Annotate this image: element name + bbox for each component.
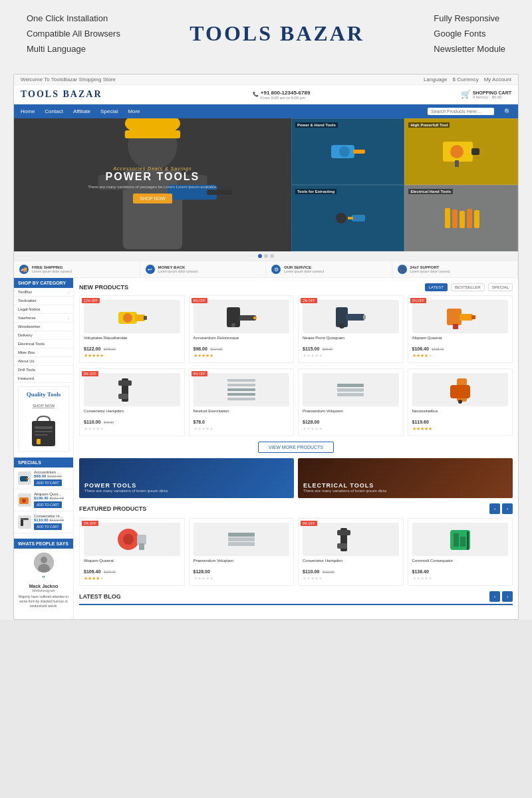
svg-rect-25 xyxy=(32,421,55,446)
topbar-currency[interactable]: $ Currency xyxy=(453,76,479,82)
product-card-8: Necessitatibus $119.60 ★★★★★ xyxy=(408,368,513,436)
sidebar-label-delivery: Delivery xyxy=(18,333,33,337)
hero-side-label-2: High Powerfull Tool xyxy=(408,122,450,128)
featured-name-3: Consectetur Hampden xyxy=(303,559,399,563)
featured-next-arrow[interactable]: › xyxy=(502,503,513,514)
svg-rect-82 xyxy=(467,531,469,550)
sidebar-item-electrical[interactable]: Electrical Tools xyxy=(14,340,73,348)
promo-banners: POWER TOOLS There are many variations of… xyxy=(79,458,513,498)
hero-dot-3[interactable] xyxy=(270,254,274,258)
product-stars-8: ★★★★★ xyxy=(412,426,509,432)
featured-title: FEATURED PRODUCTS xyxy=(79,505,146,512)
featured-card-2: Praesendum Voluptam $128.00 ★★★★★ xyxy=(189,518,295,586)
site-nav: Home Contact Affiliate Special More 🔍 xyxy=(14,104,518,118)
sidebar-item-miterbox[interactable]: Miter Box xyxy=(14,348,73,357)
blog-next-arrow[interactable]: › xyxy=(502,591,513,602)
benefit-support-desc: Lorem ipsum dolor consect xyxy=(410,269,450,273)
new-products-header: NEW PRODUCTS LATEST BESTSELLER SPECIAL xyxy=(79,283,513,291)
product-img-1 xyxy=(84,300,180,333)
topbar-language[interactable]: Language xyxy=(424,76,448,82)
left-features: One Click Installation Compatible All Br… xyxy=(27,13,120,54)
svg-rect-11 xyxy=(353,150,365,154)
svg-rect-63 xyxy=(337,388,364,392)
hero-side-item-3[interactable]: Tools for Extracting xyxy=(291,185,405,251)
product-card-5: 8% OFF Consectetur Hampden $110.00 $40.0 xyxy=(79,368,185,436)
special-addcart-2[interactable]: ADD TO CART xyxy=(34,501,62,508)
sidebar-item-aboutus[interactable]: About Us xyxy=(14,357,73,366)
site-header: TOOLS BAZAR 📞 +91 800-12345-6789 From 9:… xyxy=(14,85,518,104)
sidebar-label-toolbox: ToolBox xyxy=(18,290,32,294)
product-price-3: $115.00 xyxy=(303,346,319,351)
nav-contact[interactable]: Contact xyxy=(45,108,63,114)
product-pricing-1: $122.00 $349.00 xyxy=(84,341,180,353)
sidebar-item-delivery[interactable]: Delivery xyxy=(14,331,73,340)
nav-home[interactable]: Home xyxy=(21,108,35,114)
quality-tools-banner: Quality Tools SHOP NOW xyxy=(18,386,69,452)
product-name-2: Accusantium Doloremque xyxy=(194,336,290,340)
header-cart[interactable]: 🛒 SHOPPING CART 0 Item(s) - $0.00 xyxy=(461,90,511,99)
sidebar-label-miterbox: Miter Box xyxy=(18,350,35,354)
sidebar-item-legalnotice[interactable]: Legal Notice xyxy=(14,305,73,314)
svg-rect-21 xyxy=(452,209,458,228)
sidebar-item-toolmaker[interactable]: Toolmaker xyxy=(14,297,73,305)
promo-banner-power[interactable]: POWER TOOLS There are many variations of… xyxy=(79,458,294,498)
sidebar-item-woodworker[interactable]: Woodworker xyxy=(14,323,73,331)
sidebar-item-toolbox[interactable]: ToolBox › xyxy=(14,288,73,297)
view-more-button[interactable]: VIEW MORE PRODUCTS xyxy=(258,442,334,453)
topbar-account[interactable]: My Account xyxy=(484,76,511,82)
tab-special[interactable]: SPECIAL xyxy=(488,283,513,291)
hero-section: Accessories Deals & Savings POWER TOOLS … xyxy=(14,118,518,251)
special-addcart-3[interactable]: ADD TO CART xyxy=(34,523,62,530)
sidebar-item-drilltools[interactable]: Drill Tools xyxy=(14,366,73,374)
svg-rect-65 xyxy=(337,384,364,387)
feature-install: One Click Installation xyxy=(27,13,120,23)
product-stars-6: ★★★★★ xyxy=(194,426,290,432)
product-badge-1: 12% OFF xyxy=(82,298,100,303)
benefit-shipping: 🚚 FREE SHIPPING Lorem ipsum dolor consec… xyxy=(14,261,140,277)
featured-card-3: 8% OFF Consectetur Hampden $110.00 $110. xyxy=(298,518,404,586)
hero-main: Accessories Deals & Savings POWER TOOLS … xyxy=(14,118,291,251)
hero-content: Accessories Deals & Savings POWER TOOLS … xyxy=(88,166,217,203)
nav-more[interactable]: More xyxy=(128,108,140,114)
hero-shop-now-button[interactable]: SHOP NOW xyxy=(133,194,172,203)
search-input[interactable] xyxy=(428,108,494,115)
featured-price-1: $106.40 xyxy=(84,569,100,574)
nav-affiliate[interactable]: Affiliate xyxy=(73,108,90,114)
svg-rect-58 xyxy=(227,388,255,391)
benefit-shipping-desc: Lorem ipsum dolor consect xyxy=(32,269,72,273)
hero-side-item-1[interactable]: Power & Hand Tools xyxy=(291,118,405,185)
blog-prev-arrow[interactable]: ‹ xyxy=(489,591,500,602)
tab-latest[interactable]: LATEST xyxy=(425,283,448,291)
product-img-8 xyxy=(412,373,509,406)
product-name-7: Praesendum Voluptam xyxy=(303,409,399,413)
hero-side-item-2[interactable]: High Powerfull Tool xyxy=(404,118,518,185)
product-card-1: 12% OFF Voluptates Repudiandae $122.0 xyxy=(79,295,185,363)
nav-special[interactable]: Special xyxy=(100,108,118,114)
sidebar: SHOP BY CATEGORY ToolBox › Toolmaker Leg… xyxy=(14,278,74,619)
special-addcart-1[interactable]: ADD TO CART xyxy=(34,479,62,486)
product-stars-3: ★★★★★ xyxy=(303,353,399,358)
hero-dot-2[interactable] xyxy=(264,254,268,258)
product-img-3 xyxy=(303,300,399,333)
gear-icon: ⚙ xyxy=(271,265,281,274)
tab-bestseller[interactable]: BESTSELLER xyxy=(451,283,485,291)
search-icon[interactable]: 🔍 xyxy=(504,108,511,115)
quality-tools-title: Quality Tools xyxy=(23,391,65,398)
special-item-2: Aliquam Quot... $106.40 $122.40 ADD TO C… xyxy=(14,489,73,511)
svg-rect-45 xyxy=(253,317,257,319)
promo-electrical-title: ELECTRICAL TOOLS xyxy=(303,482,386,489)
testimonial-quote: Majority have suffered attention in some… xyxy=(18,595,69,608)
featured-prev-arrow[interactable]: ‹ xyxy=(489,503,500,514)
hero-side-label-3: Tools for Extracting xyxy=(295,189,336,194)
promo-banner-electrical[interactable]: ELECTRICAL TOOLS There are many variatio… xyxy=(298,458,513,498)
sidebar-item-featured[interactable]: Featured xyxy=(14,374,73,383)
hero-dot-1[interactable] xyxy=(258,254,262,258)
featured-badge-3: 8% OFF xyxy=(301,521,317,526)
quality-tools-shopnow[interactable]: SHOP NOW xyxy=(33,404,55,408)
featured-img-1 xyxy=(84,523,180,556)
svg-point-10 xyxy=(339,146,350,157)
hero-side-item-4[interactable]: Electrical Hand Tools xyxy=(404,185,518,251)
sidebar-item-sawhorse[interactable]: Sawhorse › xyxy=(14,314,73,323)
product-name-4: Aliquam Quaerat xyxy=(412,336,509,340)
specials-section: SPECIALS Accuantrium ... $98.00 $102.00 … xyxy=(14,458,73,533)
